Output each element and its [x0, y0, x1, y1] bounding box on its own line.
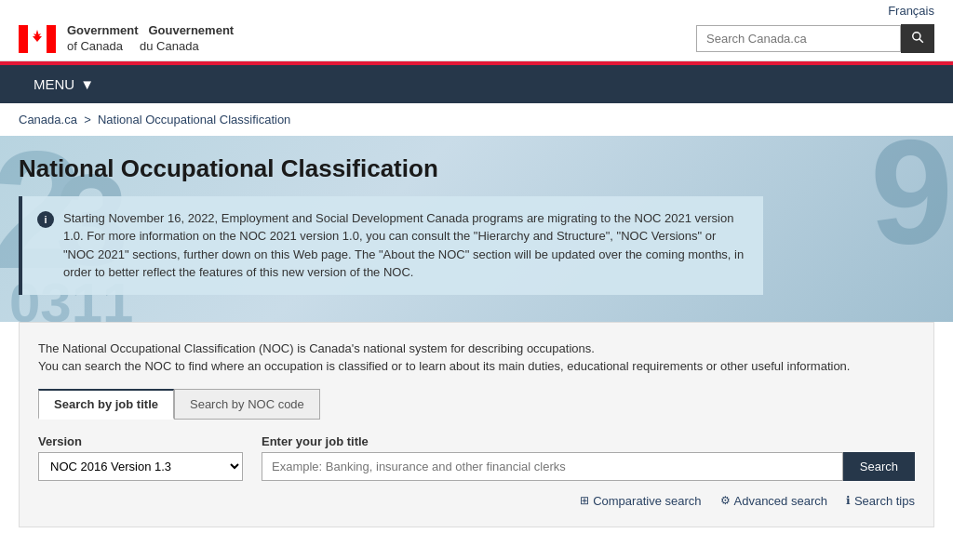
site-search-button[interactable] — [901, 24, 934, 53]
job-title-input[interactable] — [262, 452, 843, 481]
search-tips-link[interactable]: ℹ Search tips — [846, 494, 915, 508]
svg-rect-1 — [47, 25, 56, 53]
breadcrumb-current: National Occupational Classification — [98, 113, 290, 127]
job-title-label: Enter your job title — [262, 434, 915, 448]
breadcrumb: Canada.ca > National Occupational Classi… — [0, 103, 953, 136]
site-header: Government Gouvernement of Canada du Can… — [0, 18, 953, 61]
comparative-search-label: Comparative search — [593, 494, 701, 508]
menu-bar: MENU ▼ — [0, 65, 953, 103]
search-extra-links: ⊞ Comparative search ⚙ Advanced search ℹ… — [38, 494, 915, 508]
site-search-input[interactable] — [696, 25, 901, 52]
svg-rect-0 — [19, 25, 28, 53]
info-circle-icon: i — [37, 211, 54, 228]
breadcrumb-separator: > — [84, 113, 91, 127]
gov-name: Government Gouvernement of Canada du Can… — [67, 23, 234, 55]
info-notice-box: i Starting November 16, 2022, Employment… — [19, 196, 763, 295]
version-label: Version — [38, 434, 243, 448]
svg-line-5 — [919, 39, 923, 43]
menu-button[interactable]: MENU ▼ — [19, 65, 109, 103]
info-icon: ℹ — [846, 494, 851, 507]
search-desc-line1: The National Occupational Classification… — [38, 340, 915, 358]
search-button[interactable]: Search — [843, 452, 915, 481]
grid-icon: ⊞ — [580, 494, 589, 507]
version-group: Version NOC 2016 Version 1.3 NOC 2021 Ve… — [38, 434, 243, 481]
chevron-down-icon: ▼ — [80, 76, 94, 92]
comparative-search-link[interactable]: ⊞ Comparative search — [580, 494, 701, 508]
tab-search-by-job-title[interactable]: Search by job title — [38, 389, 174, 420]
info-notice-text: Starting November 16, 2022, Employment a… — [63, 209, 748, 282]
language-link[interactable]: Français — [888, 4, 934, 18]
search-description: The National Occupational Classification… — [38, 340, 915, 376]
gear-icon: ⚙ — [720, 494, 731, 507]
tab-search-by-noc-code[interactable]: Search by NOC code — [174, 389, 320, 420]
job-input-row: Search — [262, 452, 915, 481]
job-title-group: Enter your job title Search — [262, 434, 915, 481]
noc-search-section: The National Occupational Classification… — [19, 322, 934, 527]
canada-flag-icon — [19, 25, 56, 53]
menu-label: MENU — [34, 76, 74, 92]
logo-area: Government Gouvernement of Canada du Can… — [19, 23, 234, 55]
hero-section: 2 3 0311 9 National Occupational Classif… — [0, 136, 953, 322]
advanced-search-label: Advanced search — [734, 494, 827, 508]
site-search-area — [696, 24, 934, 53]
svg-point-4 — [913, 33, 920, 40]
search-tips-label: Search tips — [854, 494, 915, 508]
page-title: National Occupational Classification — [19, 154, 934, 183]
search-form-row: Version NOC 2016 Version 1.3 NOC 2021 Ve… — [38, 434, 915, 481]
search-tabs: Search by job title Search by NOC code — [38, 389, 915, 420]
breadcrumb-home-link[interactable]: Canada.ca — [19, 113, 77, 127]
advanced-search-link[interactable]: ⚙ Advanced search — [720, 494, 827, 508]
search-desc-line2: You can search the NOC to find where an … — [38, 357, 915, 376]
version-select[interactable]: NOC 2016 Version 1.3 NOC 2021 Version 1.… — [38, 452, 243, 481]
